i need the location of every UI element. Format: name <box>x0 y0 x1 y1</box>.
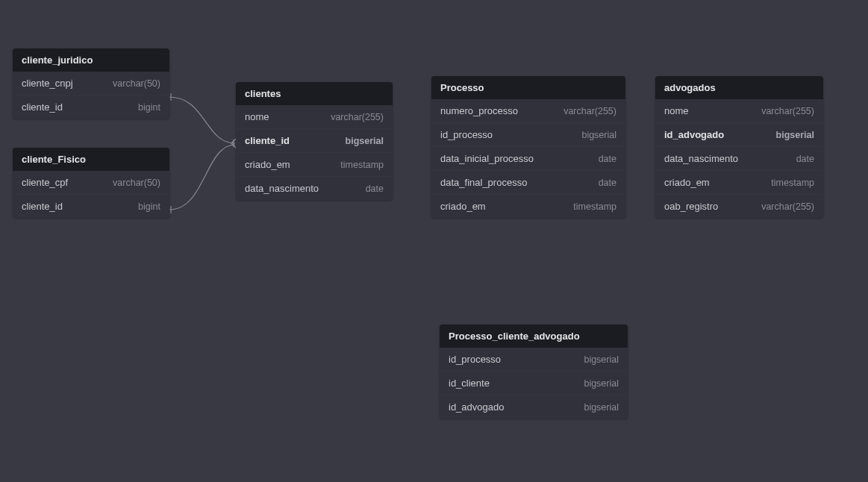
table-row: data_inicial_processo date <box>431 146 625 170</box>
table-clientes[interactable]: clientes nome varchar(255) cliente_id bi… <box>236 82 393 200</box>
table-row: cliente_id bigserial <box>236 128 393 152</box>
table-row: oab_registro varchar(255) <box>655 194 823 218</box>
table-processo-cliente-advogado[interactable]: Processo_cliente_advogado id_processo bi… <box>440 325 628 419</box>
col-name: criado_em <box>664 177 710 188</box>
table-header: advogados <box>655 76 823 99</box>
erd-canvas[interactable]: cliente_juridico cliente_cnpj varchar(50… <box>0 0 868 482</box>
table-row: nome varchar(255) <box>236 105 393 128</box>
col-type: date <box>796 154 814 164</box>
col-type: bigserial <box>346 136 384 146</box>
table-row: id_advogado bigserial <box>440 395 628 419</box>
table-row: id_cliente bigserial <box>440 371 628 395</box>
table-row: id_processo bigserial <box>431 122 625 146</box>
table-header: Processo_cliente_advogado <box>440 325 628 348</box>
table-advogados[interactable]: advogados nome varchar(255) id_advogado … <box>655 76 823 218</box>
col-type: varchar(255) <box>563 106 616 116</box>
col-type: bigserial <box>776 130 814 140</box>
col-type: bigserial <box>581 130 616 140</box>
col-name: cliente_id <box>22 101 63 113</box>
table-row: data_nascimento date <box>236 176 393 200</box>
col-name: criado_em <box>440 201 486 212</box>
col-type: timestamp <box>771 178 814 188</box>
table-row: numero_processo varchar(255) <box>431 99 625 122</box>
col-name: oab_registro <box>664 201 718 212</box>
table-row: data_final_processo date <box>431 170 625 194</box>
col-name: data_inicial_processo <box>440 153 534 164</box>
col-name: id_processo <box>440 129 493 140</box>
col-name: id_processo <box>449 354 501 365</box>
table-row: cliente_id bigint <box>13 194 169 218</box>
col-name: data_nascimento <box>664 153 738 164</box>
col-name: numero_processo <box>440 105 518 116</box>
col-type: varchar(255) <box>761 201 814 212</box>
table-row: id_advogado bigserial <box>655 122 823 146</box>
col-type: bigserial <box>584 402 619 413</box>
table-cliente-juridico[interactable]: cliente_juridico cliente_cnpj varchar(50… <box>13 48 169 119</box>
col-type: bigint <box>138 102 160 113</box>
col-type: varchar(255) <box>761 106 814 116</box>
col-name: cliente_id <box>245 135 290 146</box>
col-type: varchar(50) <box>113 78 160 89</box>
col-name: nome <box>245 111 269 122</box>
table-header: cliente_Fisico <box>13 148 169 171</box>
col-name: cliente_cpf <box>22 177 68 188</box>
col-type: bigserial <box>584 354 619 365</box>
col-name: id_advogado <box>664 129 724 140</box>
col-type: timestamp <box>573 201 616 212</box>
table-header: clientes <box>236 82 393 105</box>
col-type: date <box>599 178 616 188</box>
table-header: Processo <box>431 76 625 99</box>
table-row: cliente_id bigint <box>13 95 169 119</box>
col-name: criado_em <box>245 159 290 170</box>
table-row: cliente_cpf varchar(50) <box>13 171 169 194</box>
table-row: id_processo bigserial <box>440 348 628 371</box>
table-row: data_nascimento date <box>655 146 823 170</box>
col-name: cliente_id <box>22 201 63 212</box>
col-name: cliente_cnpj <box>22 78 73 89</box>
col-type: bigint <box>138 201 160 212</box>
col-type: date <box>366 184 384 194</box>
col-name: id_advogado <box>449 401 504 413</box>
col-name: nome <box>664 105 689 116</box>
col-name: id_cliente <box>449 378 490 389</box>
table-row: cliente_cnpj varchar(50) <box>13 72 169 95</box>
col-name: data_final_processo <box>440 177 527 188</box>
col-type: date <box>599 154 616 164</box>
col-type: bigserial <box>584 378 619 389</box>
table-row: criado_em timestamp <box>655 170 823 194</box>
table-processo[interactable]: Processo numero_processo varchar(255) id… <box>431 76 625 218</box>
table-header: cliente_juridico <box>13 48 169 72</box>
col-type: varchar(255) <box>331 112 384 122</box>
table-row: criado_em timestamp <box>431 194 625 218</box>
table-row: criado_em timestamp <box>236 152 393 176</box>
col-name: data_nascimento <box>245 183 319 194</box>
col-type: timestamp <box>340 160 384 170</box>
table-row: nome varchar(255) <box>655 99 823 122</box>
col-type: varchar(50) <box>113 178 160 188</box>
table-cliente-fisico[interactable]: cliente_Fisico cliente_cpf varchar(50) c… <box>13 148 169 218</box>
